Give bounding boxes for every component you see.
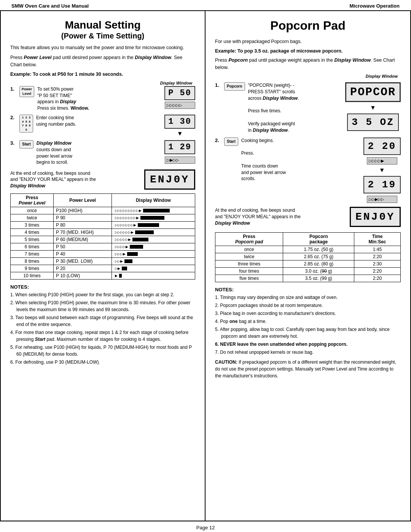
right-step-2: 2. Start Cooking begins. Press. Time cou… bbox=[215, 137, 401, 203]
right-step-1-num: 1. bbox=[215, 82, 221, 88]
page-number: Page 12 bbox=[196, 525, 215, 530]
left-notes-list: 1. When selecting P100 (HIGH) power for … bbox=[10, 291, 195, 366]
number-pad-button: 123 456 789 0 bbox=[19, 115, 33, 133]
popcorn-table-header-time: TimeMin:Sec bbox=[354, 232, 401, 246]
right-notes-list: 1. Timings may vary depending on size an… bbox=[215, 294, 401, 356]
left-column: Manual Setting (Power & Time Setting) Th… bbox=[1, 11, 206, 521]
right-notes-title: NOTES: bbox=[215, 287, 401, 292]
display-35oz: 3 5 OZ bbox=[347, 113, 399, 131]
right-intro2: Press Popcorn pad until package weight a… bbox=[215, 57, 401, 71]
power-press-cell: 9 times bbox=[11, 265, 54, 272]
left-note-item: 5. For reheating, use P100 (HIGH) for li… bbox=[10, 344, 195, 358]
popcorn-table: PressPopcorn pad Popcornpackage TimeMin:… bbox=[215, 232, 401, 282]
popcorn-package-cell: 2.85 oz. (80 g) bbox=[283, 260, 354, 267]
right-enjoy-row: At the end of cooking, five beeps sound … bbox=[215, 207, 401, 227]
left-intro2: Press Power Level pad until desired powe… bbox=[10, 54, 195, 69]
popcorn-table-row: five times3.5 oz. (99 g)2:20 bbox=[215, 275, 401, 282]
power-table-body: onceP100 (HIGH)▷▷▷▷▷▷▷▷▷▶twiceP 90▷▷▷▷▷▷… bbox=[11, 207, 195, 280]
step1-bar: ▷▷▷▷▷ bbox=[165, 102, 195, 109]
right-step-2-display: 2 20 ▷▷▷▷▶ ▼ 2 19 ▷▷▶▷▷ bbox=[363, 137, 401, 203]
right-caution: CAUTION: If prepackaged popcorn is of a … bbox=[215, 359, 401, 379]
left-note-item: 4. For more than one stage cooking, repe… bbox=[10, 329, 195, 343]
power-table-row: twiceP 90▷▷▷▷▷▷▷▷▶ bbox=[11, 214, 195, 222]
popcorn-button: Popcorn bbox=[224, 82, 245, 91]
step-3-num: 3. bbox=[10, 140, 16, 146]
power-table-row: 9 timesP 20▷▶ bbox=[11, 265, 195, 272]
power-level-cell: P100 (HIGH) bbox=[54, 207, 112, 214]
step-1-num: 1. bbox=[10, 86, 16, 92]
popcorn-table-row: three times2.85 oz. (80 g)2:30 bbox=[215, 260, 401, 267]
right-notes: NOTES: 1. Timings may vary depending on … bbox=[215, 287, 401, 356]
right-note-item: 1. Timings may vary depending on size an… bbox=[215, 294, 401, 301]
popcorn-table-row: four times3.0 oz. (90 g) 2:20 bbox=[215, 267, 401, 275]
right-enjoy-text: At the end of cooking, five beeps sound … bbox=[215, 207, 346, 226]
right-example-label: Example: To pop 3.5 oz. package of micro… bbox=[215, 48, 401, 54]
left-title-sub: (Power & Time Setting) bbox=[10, 32, 195, 40]
step-2-display: 1 30 ▼ bbox=[164, 115, 195, 137]
popcorn-package-cell: 3.5 oz. (99 g) bbox=[283, 275, 354, 282]
popcorn-table-body: once1.75 oz. (50 g)1:45twice2.65 oz. (75… bbox=[215, 246, 401, 282]
display-219: 2 19 bbox=[363, 176, 401, 193]
left-example-label: Example: To cook at P50 for 1 minute 30 … bbox=[10, 72, 195, 77]
power-table-header-display: Display Window bbox=[112, 194, 195, 207]
power-table-row: 8 timesP 30 (MED. LOW)▷▷▶ bbox=[11, 258, 195, 265]
power-display-cell: ▷▷▷▷▷▷▷▶ bbox=[112, 222, 195, 229]
power-table-row: 7 timesP 40▷▷▷▶ bbox=[11, 251, 195, 258]
power-level-cell: P 20 bbox=[54, 265, 112, 272]
left-note-item: 2. When selecting P100 (HIGH) power, the… bbox=[10, 299, 195, 313]
popcorn-package-cell: 3.0 oz. (90 g) bbox=[283, 267, 354, 275]
popcorn-press-cell: five times bbox=[215, 275, 283, 282]
power-level-cell: P 90 bbox=[54, 214, 112, 222]
power-press-cell: 6 times bbox=[11, 243, 54, 251]
power-display-cell: ▷▷▷▷▶ bbox=[112, 243, 195, 251]
page-wrapper: SMW Oven Care and Use Manual Microwave O… bbox=[0, 0, 411, 532]
right-step2-bar2: ▷▷▶▷▷ bbox=[367, 196, 397, 203]
start-button-left: Start bbox=[19, 140, 33, 149]
power-level-cell: P 70 (MED. HIGH) bbox=[54, 229, 112, 236]
left-steps: Display Window 1. PowerLevel To set 50% … bbox=[10, 81, 195, 166]
power-level-ref: Power Level bbox=[24, 55, 51, 60]
power-display-cell: ▷▷▷▷▷▷▷▷▶ bbox=[112, 214, 195, 222]
popcorn-table-row: once1.75 oz. (50 g)1:45 bbox=[215, 246, 401, 253]
right-enjoy-display: ENJ0Y bbox=[350, 207, 401, 227]
left-enjoy-row: At the end of cooking, five beeps sound … bbox=[10, 169, 195, 190]
power-display-cell: ▷▷▷▷▷▶ bbox=[112, 236, 195, 243]
right-step-2-num: 2. bbox=[215, 137, 221, 143]
display-p50: P 50 bbox=[164, 86, 195, 100]
power-level-cell: P 40 bbox=[54, 251, 112, 258]
power-table-row: 6 timesP 50▷▷▷▷▶ bbox=[11, 243, 195, 251]
display-window-label-right: Display Window bbox=[366, 74, 398, 78]
power-level-cell: P 10 (LOW) bbox=[54, 272, 112, 280]
right-steps: 1. Popcorn "POPCORN (weight)- - PRESS ST… bbox=[215, 82, 401, 203]
step-1-text: To set 50% power "P 50 SET TIME" appears… bbox=[37, 86, 161, 112]
right-title: Popcorn Pad bbox=[215, 19, 401, 33]
right-note-item: 7. Do not reheat unpopped kernels or reu… bbox=[215, 349, 401, 356]
popcorn-table-header-package: Popcornpackage bbox=[283, 232, 354, 246]
power-table-row: 5 timesP 60 (MEDIUM)▷▷▷▷▷▶ bbox=[11, 236, 195, 243]
step-2: 2. 123 456 789 0 Enter cooking timeusing… bbox=[10, 115, 195, 137]
left-title-main: Manual Setting bbox=[10, 19, 195, 32]
power-press-cell: 10 times bbox=[11, 272, 54, 280]
power-press-cell: 5 times bbox=[11, 236, 54, 243]
step-3-display: 1 29 ▷▶▷▷ bbox=[164, 140, 195, 164]
power-press-cell: 8 times bbox=[11, 258, 54, 265]
power-table: PressPower Level Power Level Display Win… bbox=[10, 193, 195, 280]
popcorn-package-cell: 2.65 oz. (75 g) bbox=[283, 253, 354, 260]
start-button-right: Start bbox=[224, 137, 238, 146]
power-level-button: PowerLevel bbox=[19, 86, 34, 97]
power-display-cell: ▷▷▷▷▷▷▷▷▷▶ bbox=[112, 207, 195, 214]
left-enjoy-display: ENJ0Y bbox=[144, 169, 195, 190]
popcorn-press-cell: four times bbox=[215, 267, 283, 275]
power-display-cell: ▷▷▶ bbox=[112, 258, 195, 265]
power-display-cell: ▷▶ bbox=[112, 265, 195, 272]
header-right: Microwave Operation bbox=[350, 3, 400, 9]
power-table-row: 3 timesP 80▷▷▷▷▷▷▷▶ bbox=[11, 222, 195, 229]
popcorn-time-cell: 2:20 bbox=[354, 267, 401, 275]
power-table-row: onceP100 (HIGH)▷▷▷▷▷▷▷▷▷▶ bbox=[11, 207, 195, 214]
right-column: Popcorn Pad For use with prepackaged Pop… bbox=[206, 11, 410, 521]
popcorn-time-cell: 2:20 bbox=[354, 253, 401, 260]
right-intro: For use with prepackaged Popcorn bags. bbox=[215, 38, 401, 45]
page-footer: Page 12 bbox=[0, 521, 411, 532]
popcorn-package-cell: 1.75 oz. (50 g) bbox=[283, 246, 354, 253]
right-note-item: 5. After popping, allow bag to cool. Car… bbox=[215, 326, 401, 340]
